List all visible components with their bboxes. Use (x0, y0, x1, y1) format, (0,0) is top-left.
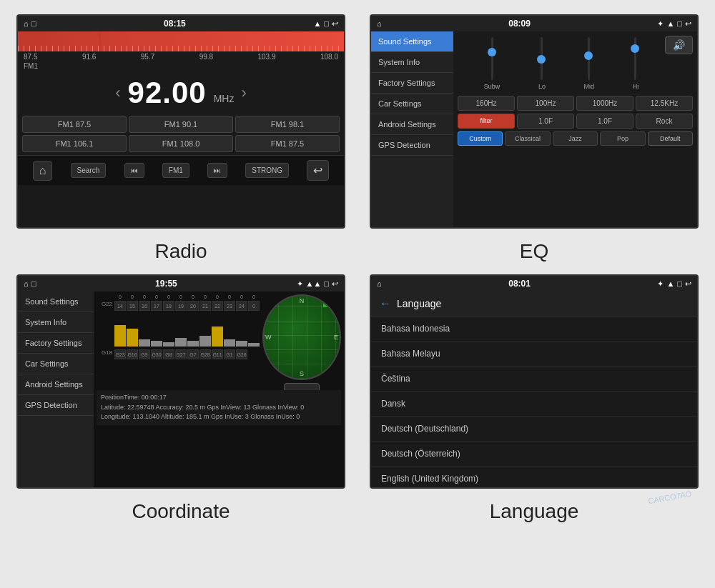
eq-slider-mid-thumb[interactable] (584, 51, 593, 60)
preset-btn-1[interactable]: FM1 90.1 (129, 116, 233, 133)
radio-current-freq: 92.00 (128, 76, 207, 110)
eq-default-button[interactable]: Default (648, 131, 693, 146)
freq-label-4: 103.9 (258, 53, 276, 61)
lang-item-3[interactable]: Dansk (371, 392, 697, 417)
radio-status-icon: □ (31, 19, 36, 28)
coord-g22-label: G22 (97, 301, 114, 311)
eq-slider-mid-track[interactable] (588, 37, 590, 80)
eq-sidebar-system-info[interactable]: System Info (371, 52, 453, 73)
eq-gain-1[interactable]: 1.0F (517, 114, 574, 129)
coord-sidebar-sound[interactable]: Sound Settings (18, 291, 94, 312)
radio-fm1-button[interactable]: FM1 (162, 163, 189, 178)
eq-slider-hi-thumb[interactable] (631, 44, 639, 53)
radio-bottom-bar: ⌂ Search ⏮ FM1 ⏭ STRONG ↩ (18, 155, 344, 185)
preset-btn-4[interactable]: FM1 108.0 (129, 135, 233, 152)
preset-btn-2[interactable]: FM1 98.1 (235, 116, 340, 133)
lang-window-icon: □ (677, 279, 682, 288)
lang-list: Bahasa Indonesia Bahasa Melayu Čeština D… (371, 317, 697, 487)
lang-item-4[interactable]: Deutsch (Deutschland) (371, 417, 697, 442)
coord-sat-numbers: 0 0 0 0 0 0 0 0 0 0 (97, 294, 260, 299)
radio-time: 08:15 (164, 19, 186, 29)
eq-arrow-icon: ▲ (666, 19, 674, 28)
eq-preset-classical[interactable]: Classical (505, 131, 550, 146)
eq-slider-subw: Subw (484, 37, 500, 90)
coord-arrows-icon: ▲▲ (306, 279, 322, 288)
eq-sidebar-factory-settings[interactable]: Factory Settings (371, 73, 453, 94)
coord-sat-area: 0 0 0 0 0 0 0 0 0 0 (97, 294, 260, 387)
preset-btn-3[interactable]: FM1 106.1 (22, 135, 127, 152)
eq-slider-lo-thumb[interactable] (537, 55, 546, 64)
preset-btn-0[interactable]: FM1 87.5 (22, 116, 127, 133)
coordinate-cell: ⌂ □ 19:55 ✦ ▲▲ □ ↩ Sound Settings (9, 269, 353, 494)
eq-screen: ⌂ 08:09 ✦ ▲ □ ↩ Sound Settings System In… (370, 14, 699, 229)
lang-item-2[interactable]: Čeština (371, 367, 697, 392)
eq-preset-pop[interactable]: Pop (600, 131, 645, 146)
eq-freq-1000hz[interactable]: 1000Hz (576, 96, 633, 111)
eq-vol-button[interactable]: 🔊 (665, 36, 693, 54)
language-screen: ⌂ 08:01 ✦ ▲ □ ↩ ← Language (370, 274, 699, 489)
eq-slider-lo-track[interactable] (541, 37, 543, 80)
radio-main-freq: ‹ 92.00 MHz › (18, 70, 344, 113)
coord-bluetooth-icon: ✦ (297, 279, 303, 289)
coord-sidebar-android[interactable]: Android Settings (18, 374, 94, 395)
eq-slider-mid: Mid (584, 37, 595, 90)
eq-preset-jazz[interactable]: Jazz (553, 131, 598, 146)
eq-home-icon: ⌂ (377, 19, 382, 28)
radio-next-button[interactable]: ⏭ (207, 163, 227, 178)
eq-freq-125khz[interactable]: 12.5KHz (636, 96, 693, 111)
lang-back-arrow[interactable]: ← (380, 297, 391, 310)
coord-home-icon: ⌂ (24, 279, 29, 288)
coord-sidebar-car[interactable]: Car Settings (18, 354, 94, 374)
radio-window-icon: □ (324, 19, 329, 28)
eq-slider-subw-thumb[interactable] (488, 48, 496, 56)
eq-sidebar-car-settings[interactable]: Car Settings (371, 94, 453, 114)
eq-gain-filter[interactable]: filter (458, 114, 515, 129)
coord-sidebar-gps[interactable]: GPS Detection (18, 395, 94, 416)
lang-header-title: Language (397, 298, 441, 309)
coord-sidebar-factory[interactable]: Factory Settings (18, 333, 94, 354)
radio-ruler-marks (18, 46, 344, 51)
eq-slider-subw-label: Subw (484, 83, 500, 90)
eq-slider-lo-label: Lo (538, 83, 546, 90)
freq-label-1: 91.6 (82, 53, 96, 61)
radio-prev-button[interactable]: ⏮ (124, 163, 144, 178)
radio-band-label: FM1 (18, 62, 344, 70)
eq-slider-hi: Hi (633, 37, 639, 90)
lang-item-5[interactable]: Deutsch (Österreich) (371, 442, 697, 467)
radio-cell: ⌂ □ 08:15 ▲ □ ↩ 87.5 (9, 9, 353, 234)
coordinate-screen-label: Coordinate (132, 500, 230, 522)
radio-search-button[interactable]: Search (71, 163, 107, 178)
eq-main: Subw Lo (453, 31, 697, 227)
eq-sidebar-android-settings[interactable]: Android Settings (371, 114, 453, 135)
language-label: Language CARCOTAO (362, 500, 706, 523)
preset-btn-5[interactable]: FM1 87.5 (235, 135, 340, 152)
lang-item-0[interactable]: Bahasa Indonesia (371, 317, 697, 342)
coord-globe-area: N S E W ↻ (262, 294, 341, 387)
coord-info-line2: Latitude: 22.59748 Accuracy: 20.5 m Gps … (101, 403, 337, 413)
lang-item-6[interactable]: English (United Kingdom) (371, 467, 697, 487)
coord-sidebar: Sound Settings System Info Factory Setti… (18, 291, 94, 487)
language-screen-label: Language (490, 500, 579, 522)
radio-home-button[interactable]: ⌂ (33, 161, 53, 181)
lang-item-1[interactable]: Bahasa Melayu (371, 342, 697, 367)
eq-sidebar-sound-settings[interactable]: Sound Settings (371, 31, 453, 52)
eq-freq-160hz[interactable]: 160Hz (458, 96, 515, 111)
eq-cell: ⌂ 08:09 ✦ ▲ □ ↩ Sound Settings System In… (362, 9, 706, 234)
coord-globe: N S E W (262, 294, 341, 380)
coord-main: 0 0 0 0 0 0 0 0 0 0 (94, 291, 344, 487)
radio-back-button[interactable]: ↩ (307, 160, 329, 181)
eq-slider-subw-track[interactable] (491, 37, 493, 80)
eq-gain-2[interactable]: 1.0F (576, 114, 633, 129)
coord-sidebar-system[interactable]: System Info (18, 312, 94, 333)
coord-sat-empty (97, 294, 114, 299)
radio-next-arrow[interactable]: › (241, 84, 246, 102)
eq-freq-100hz[interactable]: 100Hz (517, 96, 574, 111)
eq-sidebar-gps-detection[interactable]: GPS Detection (371, 135, 453, 156)
radio-prev-arrow[interactable]: ‹ (115, 84, 120, 102)
radio-status-bar: ⌂ □ 08:15 ▲ □ ↩ (18, 16, 344, 31)
radio-strong-button[interactable]: STRONG (245, 163, 289, 178)
eq-slider-hi-track[interactable] (634, 37, 636, 80)
eq-preset-custom[interactable]: Custom (458, 131, 503, 146)
eq-gain-rock[interactable]: Rock (636, 114, 693, 129)
lang-time: 08:01 (508, 279, 531, 289)
